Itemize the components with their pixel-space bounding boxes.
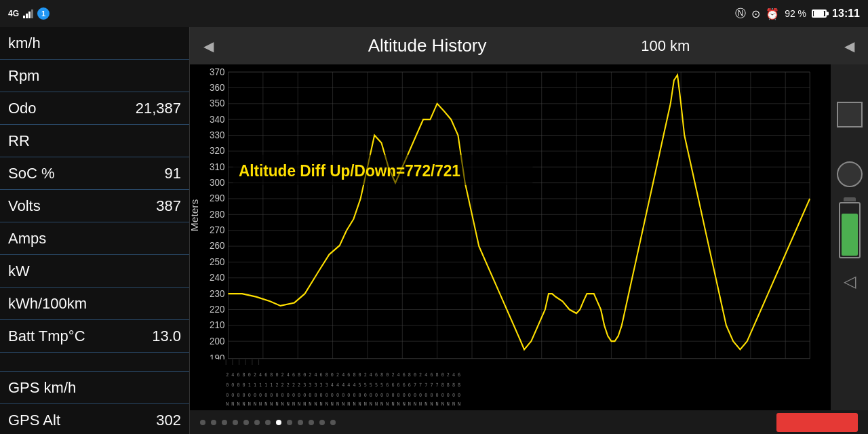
- metric-label-amps: Amps: [8, 230, 46, 248]
- battery-fill: [842, 214, 858, 256]
- bottom-action-button[interactable]: [776, 413, 858, 432]
- location-icon: ⊙: [751, 7, 760, 20]
- svg-text:210: 210: [210, 319, 225, 331]
- nfc-icon: Ⓝ: [735, 7, 746, 21]
- svg-text:230: 230: [210, 288, 225, 299]
- metric-label-volts: Volts: [8, 197, 41, 215]
- metric-value-batt-tmp: 13.0: [152, 328, 181, 345]
- svg-text:270: 270: [210, 224, 225, 236]
- left-panel: km/h Rpm Odo 21,387 RR SoC % 91 Volts 38…: [0, 27, 190, 434]
- nav-dots: [200, 420, 336, 425]
- status-left: 4G 1: [8, 7, 50, 20]
- chart-annotation: Altitude Diff Up/Down=772/721: [239, 161, 460, 180]
- metric-kmh[interactable]: km/h: [0, 27, 189, 60]
- metric-rpm[interactable]: Rpm: [0, 60, 189, 92]
- metric-label-gps-kmh: GPS km/h: [8, 379, 76, 397]
- header-right-arrow[interactable]: ◀: [844, 38, 854, 54]
- metric-gps-kmh[interactable]: GPS km/h: [0, 372, 189, 404]
- battery-visual: [837, 197, 862, 258]
- alarm-icon: ⏰: [766, 7, 779, 20]
- clock: 13:11: [832, 7, 860, 20]
- svg-text:340: 340: [210, 113, 225, 125]
- svg-text:310: 310: [210, 161, 225, 172]
- svg-text:250: 250: [210, 256, 225, 267]
- metric-value-gps-alt: 302: [156, 412, 181, 429]
- status-bar: 4G 1 Ⓝ ⊙ ⏰ 92 % 13:11: [0, 0, 868, 27]
- svg-text:0 0 0 0 1 1 1 1 1 2 2 2 2 2 3 : 0 0 0 0 1 1 1 1 1 2 2 2 2 2 3 3 3 3 3 4 …: [226, 382, 460, 388]
- svg-text:330: 330: [210, 129, 225, 140]
- nav-dot-9[interactable]: [287, 420, 292, 425]
- nav-dot-7[interactable]: [265, 420, 271, 425]
- metric-batt-tmp[interactable]: Batt Tmp°C 13.0: [0, 320, 189, 353]
- y-axis-title: Meters: [190, 199, 200, 232]
- signal-type: 4G: [8, 9, 19, 18]
- svg-text:290: 290: [210, 193, 225, 204]
- right-buttons: ◁: [831, 64, 868, 434]
- battery-percent: 92 %: [785, 8, 806, 19]
- nav-dot-12[interactable]: [319, 420, 325, 425]
- metric-gps-alt[interactable]: GPS Alt 302: [0, 404, 189, 434]
- chart-svg-wrapper: 370 360 350 340 330 320 310 300 290 280 …: [190, 64, 831, 434]
- svg-text:320: 320: [210, 145, 225, 157]
- metric-value-soc: 91: [165, 165, 181, 182]
- nav-dot-4[interactable]: [233, 420, 238, 425]
- nav-dot-5[interactable]: [243, 420, 249, 425]
- metric-kwh[interactable]: kWh/100km: [0, 288, 189, 320]
- chart-title: Altitude History: [368, 35, 487, 56]
- metric-volts[interactable]: Volts 387: [0, 190, 189, 222]
- svg-text:0 0 0 0 0 0 0 0 0 0 0 0 0 0 0 : 0 0 0 0 0 0 0 0 0 0 0 0 0 0 0 0 0 0 0 0 …: [226, 393, 460, 398]
- nav-dot-2[interactable]: [211, 420, 216, 425]
- x-axis-area: 2:00 4:00 6:00 8:00 10:00 12:00 14:00 16…: [190, 359, 793, 410]
- metric-label-odo: Odo: [8, 100, 37, 117]
- metric-label-kw: kW: [8, 262, 30, 280]
- svg-text:370: 370: [210, 66, 225, 77]
- metric-label-kwh: kWh/100km: [8, 295, 87, 313]
- svg-text:N N N N N N N N N N N N N N N : N N N N N N N N N N N N N N N N N N N N …: [226, 401, 460, 407]
- metric-label-rpm: Rpm: [8, 67, 39, 85]
- nav-dot-10[interactable]: [298, 420, 303, 425]
- signal-bars: [23, 9, 33, 18]
- nav-dot-8[interactable]: [276, 420, 281, 425]
- header-left-arrow[interactable]: ◀: [203, 38, 214, 54]
- svg-text:200: 200: [210, 335, 225, 347]
- main-layout: km/h Rpm Odo 21,387 RR SoC % 91 Volts 38…: [0, 27, 868, 434]
- bottom-navigation: [190, 410, 868, 434]
- svg-text:280: 280: [210, 208, 225, 220]
- circle-button[interactable]: [837, 161, 863, 187]
- metric-rr[interactable]: RR: [0, 125, 189, 157]
- battery-body: [839, 202, 861, 258]
- nav-dot-6[interactable]: [254, 420, 260, 425]
- chart-container: 370 360 350 340 330 320 310 300 290 280 …: [190, 64, 868, 434]
- chart-distance: 100 km: [641, 37, 690, 55]
- metric-value-volts: 387: [156, 197, 181, 215]
- metric-soc[interactable]: SoC % 91: [0, 157, 189, 190]
- chart-header: ◀ Altitude History 100 km ◀: [190, 27, 868, 64]
- metric-amps[interactable]: Amps: [0, 222, 189, 255]
- back-button[interactable]: ◁: [837, 269, 863, 294]
- nav-dot-1[interactable]: [200, 420, 205, 425]
- battery-cap: [844, 197, 856, 201]
- metric-label-soc: SoC %: [8, 165, 54, 182]
- battery-icon-small: [812, 9, 827, 18]
- notification-badge: 1: [37, 7, 50, 20]
- svg-text:240: 240: [210, 272, 225, 283]
- square-button[interactable]: [837, 102, 863, 127]
- nav-dot-13[interactable]: [330, 420, 336, 425]
- metric-value-odo: 21,387: [136, 100, 181, 117]
- metric-label-kmh: km/h: [8, 35, 41, 52]
- svg-text:350: 350: [210, 98, 225, 109]
- svg-text:220: 220: [210, 303, 225, 315]
- status-right: Ⓝ ⊙ ⏰ 92 % 13:11: [735, 7, 860, 21]
- right-panel: ◀ Altitude History 100 km ◀: [190, 27, 868, 434]
- metric-label-gps-alt: GPS Alt: [8, 412, 60, 429]
- svg-rect-1: [228, 72, 810, 359]
- nav-dot-3[interactable]: [222, 420, 227, 425]
- svg-text:360: 360: [210, 81, 225, 93]
- metric-label-rr: RR: [8, 132, 30, 150]
- metric-odo[interactable]: Odo 21,387: [0, 92, 189, 125]
- metric-kw[interactable]: kW: [0, 255, 189, 288]
- metric-blank: [0, 353, 189, 372]
- svg-text:260: 260: [210, 240, 225, 252]
- metric-label-batt-tmp: Batt Tmp°C: [8, 328, 85, 345]
- nav-dot-11[interactable]: [309, 420, 314, 425]
